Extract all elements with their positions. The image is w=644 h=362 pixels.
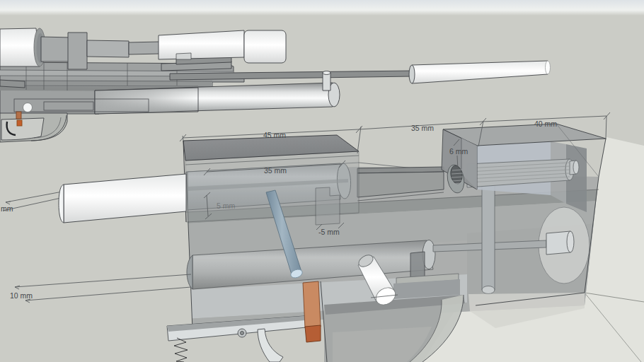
svg-text:45 mm: 45 mm <box>263 131 286 139</box>
svg-text:35 mm: 35 mm <box>264 166 287 175</box>
svg-text:5 mm: 5 mm <box>217 202 236 210</box>
svg-text:6 mm: 6 mm <box>449 147 468 156</box>
svg-text:-5 mm: -5 mm <box>318 228 340 236</box>
svg-text:mm: mm <box>1 204 13 213</box>
svg-text:10 mm: 10 mm <box>10 291 33 300</box>
svg-text:35 mm: 35 mm <box>411 124 434 132</box>
svg-text:40 mm: 40 mm <box>534 119 557 128</box>
